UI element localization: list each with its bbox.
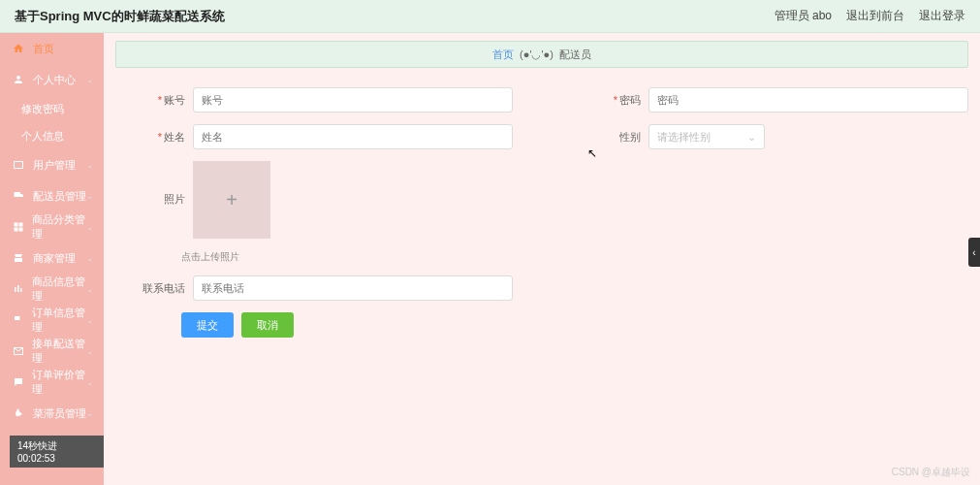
sidebar-label: 订单信息管理	[32, 306, 92, 335]
plus-icon: +	[226, 189, 237, 211]
chevron-down-icon: ⌄	[86, 315, 94, 325]
gender-label: 性别	[590, 130, 648, 145]
form-panel: *账号 *密码 *姓名 性别 请选择性别 ⌄	[115, 78, 968, 357]
card-icon	[12, 158, 25, 172]
gender-select[interactable]: 请选择性别 ⌄	[648, 124, 765, 149]
sidebar-sub-profile[interactable]: 个人信息	[0, 122, 104, 149]
exit-front-link[interactable]: 退出到前台	[846, 8, 904, 24]
sidebar-label: 首页	[33, 42, 54, 56]
password-input[interactable]	[648, 87, 968, 113]
sidebar-item-vegstaff[interactable]: 菜滞员管理 ⌄	[0, 398, 104, 429]
admin-label[interactable]: 管理员 abo	[775, 8, 832, 24]
breadcrumb-current: 配送员	[559, 48, 591, 62]
chevron-down-icon: ⌄	[86, 75, 94, 84]
sidebar-label: 接单配送管理	[32, 337, 92, 366]
truck-icon	[12, 189, 25, 203]
chevron-down-icon: ⌄	[747, 131, 756, 144]
sidebar-label: 用户管理	[33, 158, 76, 173]
side-collapse-tab[interactable]: ‹	[968, 238, 980, 267]
account-input[interactable]	[193, 87, 513, 113]
sidebar-item-category[interactable]: 商品分类管理 ⌄	[0, 211, 104, 242]
sidebar-sub-changepwd[interactable]: 修改密码	[0, 95, 104, 122]
flag-icon	[12, 313, 24, 327]
header-right: 管理员 abo 退出到前台 退出登录	[775, 8, 965, 24]
sidebar-label: 菜滞员管理	[33, 406, 86, 421]
header: 基于Spring MVC的时鲜蔬菜配送系统 管理员 abo 退出到前台 退出登录	[0, 0, 980, 33]
chevron-down-icon: ⌄	[86, 284, 94, 294]
sidebar: 首页 个人中心 ⌄ 修改密码 个人信息 用户管理 ⌄ 配送员管理 ⌄ 商品分类管…	[0, 33, 104, 485]
photo-label: 照片	[135, 161, 193, 207]
chevron-down-icon: ⌄	[86, 222, 94, 232]
watermark: CSDN @卓越毕设	[892, 466, 970, 479]
password-label: *密码	[590, 93, 648, 108]
user-icon	[12, 73, 25, 86]
sidebar-item-merchant[interactable]: 商家管理 ⌄	[0, 242, 104, 274]
sidebar-item-users[interactable]: 用户管理 ⌄	[0, 149, 104, 180]
sidebar-label: 个人中心	[33, 73, 76, 87]
comment-icon	[12, 375, 24, 389]
chevron-down-icon: ⌄	[86, 377, 94, 387]
breadcrumb-sep: (●'◡'●)	[514, 48, 559, 61]
photo-upload[interactable]: +	[193, 161, 270, 239]
sidebar-item-home[interactable]: 首页	[0, 33, 104, 64]
sidebar-label: 商品信息管理	[32, 275, 92, 304]
phone-input[interactable]	[193, 275, 513, 301]
chart-icon	[12, 282, 24, 296]
chevron-down-icon: ⌄	[86, 408, 94, 418]
sidebar-item-personal[interactable]: 个人中心 ⌄	[0, 64, 104, 95]
sidebar-item-delivery[interactable]: 配送员管理 ⌄	[0, 180, 104, 211]
store-icon	[12, 251, 25, 265]
timer-badge: 14秒快进 00:02:53	[10, 436, 104, 468]
name-input[interactable]	[193, 124, 513, 149]
sidebar-item-review[interactable]: 订单评价管理 ⌄	[0, 367, 104, 398]
chevron-down-icon: ⌄	[86, 253, 94, 263]
name-label: *姓名	[135, 130, 193, 145]
leaf-icon	[12, 406, 25, 420]
cancel-button[interactable]: 取消	[241, 312, 294, 338]
submit-button[interactable]: 提交	[181, 312, 234, 338]
phone-label: 联系电话	[135, 281, 193, 296]
breadcrumb-home[interactable]: 首页	[492, 48, 514, 62]
sidebar-label: 商品分类管理	[32, 212, 92, 242]
chevron-down-icon: ⌄	[86, 346, 94, 356]
breadcrumb: 首页 (●'◡'●) 配送员	[115, 41, 968, 68]
sidebar-item-product[interactable]: 商品信息管理 ⌄	[0, 274, 104, 305]
mail-icon	[12, 344, 24, 358]
upload-hint: 点击上传照片	[181, 250, 968, 264]
sidebar-item-dispatch[interactable]: 接单配送管理 ⌄	[0, 336, 104, 367]
grid-icon	[12, 220, 24, 234]
sidebar-item-order[interactable]: 订单信息管理 ⌄	[0, 305, 104, 336]
main: 首页 个人中心 ⌄ 修改密码 个人信息 用户管理 ⌄ 配送员管理 ⌄ 商品分类管…	[0, 33, 980, 485]
account-label: *账号	[135, 93, 193, 108]
content: 首页 (●'◡'●) 配送员 *账号 *密码 *姓名	[104, 33, 980, 485]
sidebar-label: 商家管理	[33, 251, 76, 266]
app-title: 基于Spring MVC的时鲜蔬菜配送系统	[15, 8, 775, 25]
logout-link[interactable]: 退出登录	[919, 8, 965, 24]
chevron-down-icon: ⌄	[86, 160, 94, 170]
chevron-down-icon: ⌄	[86, 191, 94, 201]
home-icon	[12, 42, 25, 55]
sidebar-label: 订单评价管理	[32, 368, 92, 397]
sidebar-label: 配送员管理	[33, 189, 86, 204]
